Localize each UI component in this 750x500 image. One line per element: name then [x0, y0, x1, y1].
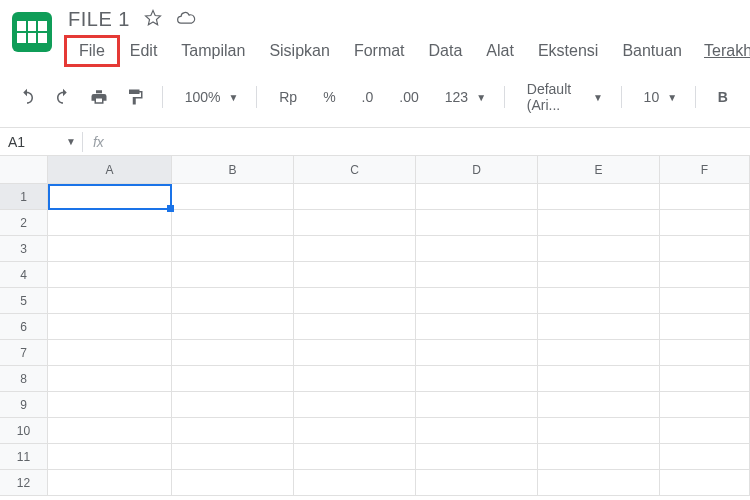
cell-D3[interactable]: [416, 236, 538, 262]
cell-D11[interactable]: [416, 444, 538, 470]
cell-E2[interactable]: [538, 210, 660, 236]
cell-F1[interactable]: [660, 184, 750, 210]
last-edit-link[interactable]: Terakh: [704, 42, 750, 60]
cell-C2[interactable]: [294, 210, 416, 236]
cell-E8[interactable]: [538, 366, 660, 392]
cell-D6[interactable]: [416, 314, 538, 340]
font-dropdown[interactable]: Default (Ari...▼: [517, 75, 609, 119]
zoom-dropdown[interactable]: 100%▼: [175, 83, 245, 111]
font-size-dropdown[interactable]: 10▼: [634, 83, 683, 111]
cell-B4[interactable]: [172, 262, 294, 288]
cell-B3[interactable]: [172, 236, 294, 262]
cell-B10[interactable]: [172, 418, 294, 444]
cell-C8[interactable]: [294, 366, 416, 392]
cell-B1[interactable]: [172, 184, 294, 210]
cloud-icon[interactable]: [176, 8, 196, 31]
name-box-arrow-icon[interactable]: ▼: [60, 136, 82, 147]
print-button[interactable]: [84, 84, 114, 110]
cell-D4[interactable]: [416, 262, 538, 288]
redo-button[interactable]: [48, 84, 78, 110]
row-header-5[interactable]: 5: [0, 288, 48, 314]
column-header-c[interactable]: C: [294, 156, 416, 184]
row-header-7[interactable]: 7: [0, 340, 48, 366]
select-all-corner[interactable]: [0, 156, 48, 184]
cell-E6[interactable]: [538, 314, 660, 340]
cell-E12[interactable]: [538, 470, 660, 496]
cell-B11[interactable]: [172, 444, 294, 470]
row-header-12[interactable]: 12: [0, 470, 48, 496]
cell-A4[interactable]: [48, 262, 172, 288]
cell-F10[interactable]: [660, 418, 750, 444]
cell-E1[interactable]: [538, 184, 660, 210]
cell-D9[interactable]: [416, 392, 538, 418]
cell-C12[interactable]: [294, 470, 416, 496]
cell-F8[interactable]: [660, 366, 750, 392]
undo-button[interactable]: [12, 84, 42, 110]
cell-F6[interactable]: [660, 314, 750, 340]
menu-file[interactable]: File: [64, 35, 120, 67]
row-header-9[interactable]: 9: [0, 392, 48, 418]
menu-extensions[interactable]: Ekstensi: [526, 38, 610, 64]
cell-C7[interactable]: [294, 340, 416, 366]
column-header-d[interactable]: D: [416, 156, 538, 184]
cell-E7[interactable]: [538, 340, 660, 366]
cell-C10[interactable]: [294, 418, 416, 444]
cell-A6[interactable]: [48, 314, 172, 340]
cell-F7[interactable]: [660, 340, 750, 366]
menu-edit[interactable]: Edit: [118, 38, 170, 64]
bold-button[interactable]: B: [708, 83, 738, 111]
cell-A10[interactable]: [48, 418, 172, 444]
cell-D1[interactable]: [416, 184, 538, 210]
percent-button[interactable]: %: [313, 83, 345, 111]
row-header-10[interactable]: 10: [0, 418, 48, 444]
cell-F5[interactable]: [660, 288, 750, 314]
cell-E10[interactable]: [538, 418, 660, 444]
cell-B5[interactable]: [172, 288, 294, 314]
cell-A8[interactable]: [48, 366, 172, 392]
row-header-6[interactable]: 6: [0, 314, 48, 340]
cell-E4[interactable]: [538, 262, 660, 288]
cell-F2[interactable]: [660, 210, 750, 236]
cell-A12[interactable]: [48, 470, 172, 496]
cell-D5[interactable]: [416, 288, 538, 314]
currency-button[interactable]: Rp: [269, 83, 307, 111]
menu-data[interactable]: Data: [417, 38, 475, 64]
column-header-b[interactable]: B: [172, 156, 294, 184]
cell-E11[interactable]: [538, 444, 660, 470]
row-header-8[interactable]: 8: [0, 366, 48, 392]
cell-C3[interactable]: [294, 236, 416, 262]
cell-D12[interactable]: [416, 470, 538, 496]
increase-decimal-button[interactable]: .00: [389, 83, 428, 111]
menu-view[interactable]: Tampilan: [169, 38, 257, 64]
cell-D8[interactable]: [416, 366, 538, 392]
cell-B12[interactable]: [172, 470, 294, 496]
more-formats-dropdown[interactable]: 123▼: [435, 83, 492, 111]
cell-C5[interactable]: [294, 288, 416, 314]
cell-C9[interactable]: [294, 392, 416, 418]
cell-E3[interactable]: [538, 236, 660, 262]
column-header-f[interactable]: F: [660, 156, 750, 184]
cell-E9[interactable]: [538, 392, 660, 418]
row-header-1[interactable]: 1: [0, 184, 48, 210]
menu-help[interactable]: Bantuan: [610, 38, 694, 64]
cell-A2[interactable]: [48, 210, 172, 236]
cell-F9[interactable]: [660, 392, 750, 418]
cell-A5[interactable]: [48, 288, 172, 314]
menu-tools[interactable]: Alat: [474, 38, 526, 64]
cell-F4[interactable]: [660, 262, 750, 288]
cell-A7[interactable]: [48, 340, 172, 366]
column-header-e[interactable]: E: [538, 156, 660, 184]
cell-C4[interactable]: [294, 262, 416, 288]
cell-C11[interactable]: [294, 444, 416, 470]
paint-format-button[interactable]: [120, 84, 150, 110]
row-header-2[interactable]: 2: [0, 210, 48, 236]
row-header-4[interactable]: 4: [0, 262, 48, 288]
cell-D2[interactable]: [416, 210, 538, 236]
cell-F11[interactable]: [660, 444, 750, 470]
cell-E5[interactable]: [538, 288, 660, 314]
cell-C6[interactable]: [294, 314, 416, 340]
cell-A3[interactable]: [48, 236, 172, 262]
star-icon[interactable]: [144, 9, 162, 30]
cell-B7[interactable]: [172, 340, 294, 366]
cell-C1[interactable]: [294, 184, 416, 210]
